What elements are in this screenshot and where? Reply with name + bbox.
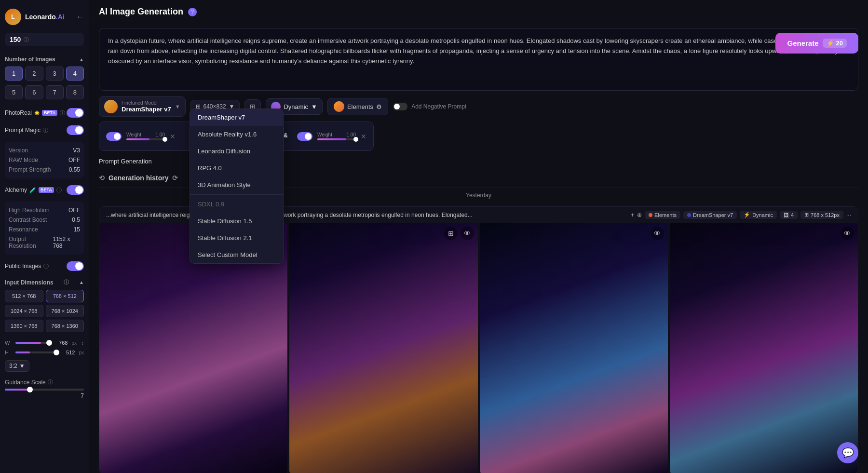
add-to-collection-icon[interactable]: +	[631, 212, 634, 218]
photoreal-toggle-row: PhotoReal 🌟 BETA ⓘ	[5, 108, 84, 118]
token-info-icon[interactable]: ⓘ	[24, 36, 29, 43]
dim-768x1024[interactable]: 768 × 1024	[46, 305, 84, 317]
element-toggle-1[interactable]	[297, 132, 312, 141]
dropdown-item-custom[interactable]: Select Custom Model	[190, 246, 283, 263]
weight-section-0: Weight 1.00	[126, 132, 165, 140]
model-name: DreamShaper v7	[122, 106, 171, 113]
dimensions-info-icon[interactable]: ⓘ	[64, 279, 69, 286]
dropdown-item-sdxl[interactable]: SDXL 0.9	[190, 196, 283, 213]
num-btn-5[interactable]: 5	[5, 85, 23, 99]
generate-button[interactable]: Generate ⚡ 20	[775, 33, 858, 54]
prompt-magic-info-icon[interactable]: ⓘ	[43, 127, 48, 134]
dim-1024x768[interactable]: 1024 × 768	[5, 305, 43, 317]
public-images-toggle-row: Public Images ⓘ	[5, 261, 84, 271]
prompt-magic-toggle[interactable]	[67, 125, 84, 135]
generate-token-cost: ⚡ 20	[823, 39, 847, 48]
element-close-1[interactable]: ✕	[361, 133, 366, 140]
image-cell-1-2[interactable]: ⊞ 👁	[289, 223, 477, 473]
dropdown-item-sd21[interactable]: Stable Diffusion 2.1	[190, 230, 283, 246]
logo-text: Leonardo.Ai	[25, 13, 65, 21]
view-icon-2[interactable]: 👁	[461, 227, 474, 240]
weight-section-1: Weight 1.00	[317, 132, 356, 140]
guidance-section: Guidance Scale ⓘ 7	[5, 378, 84, 399]
dropdown-item-3d[interactable]: 3D Animation Style	[190, 176, 283, 193]
height-val: 512	[60, 350, 75, 355]
elements-icon	[334, 101, 344, 112]
main-header: AI Image Generation ?	[89, 0, 868, 22]
view-icon-3[interactable]: 👁	[651, 227, 664, 240]
token-display: 150 ⓘ	[5, 33, 84, 46]
contrast-row: Contrast Boost 0.5	[9, 215, 80, 225]
weight-track-0[interactable]	[126, 138, 165, 140]
alchemy-toggle-row: Alchemy 🧪 BETA ⓘ	[5, 185, 84, 195]
model-info: Finetuned Model DreamShaper v7	[122, 100, 171, 113]
dropdown-item-leonardo[interactable]: Leonardo Diffusion	[190, 143, 283, 160]
dim-1360x768[interactable]: 1360 × 768	[5, 320, 43, 332]
alchemy-badge: BETA	[39, 187, 54, 193]
width-label: W	[5, 340, 12, 346]
dimensions-chevron: ▲	[79, 280, 84, 285]
element-close-0[interactable]: ✕	[170, 133, 176, 140]
num-btn-1[interactable]: 1	[5, 67, 23, 81]
dim-512x768[interactable]: 512 × 768	[5, 290, 43, 302]
dimensions-grid: 512 × 768 768 × 512 1024 × 768 768 × 102…	[5, 290, 84, 332]
height-slider[interactable]	[15, 351, 56, 353]
ratio-select[interactable]: 3:2 ▼	[5, 360, 29, 372]
neg-prompt-toggle[interactable]	[393, 103, 407, 110]
width-unit: px	[71, 340, 77, 346]
elements-button[interactable]: Elements ⚙	[327, 98, 388, 115]
photoreal-toggle[interactable]	[67, 108, 84, 118]
num-btn-6[interactable]: 6	[25, 85, 43, 99]
dropdown-item-sd15[interactable]: Stable Diffusion 1.5	[190, 213, 283, 230]
header-info-icon[interactable]: ?	[188, 8, 197, 16]
guidance-info-icon[interactable]: ⓘ	[48, 378, 53, 386]
remix-icon[interactable]: ⊞	[444, 227, 458, 240]
dropdown-item-absolute[interactable]: Absolute Reality v1.6	[190, 126, 283, 143]
num-btn-2[interactable]: 2	[25, 67, 43, 81]
weight-label-0: Weight 1.00	[126, 132, 165, 137]
width-slider[interactable]	[15, 342, 49, 344]
dropdown-item-rpg[interactable]: RPG 4.0	[190, 160, 283, 176]
chat-bubble[interactable]: 💬	[837, 442, 858, 463]
image-overlay-1-4: 👁	[670, 223, 858, 473]
dim-768x1360[interactable]: 768 × 1360	[46, 320, 84, 332]
height-unit: px	[79, 350, 84, 355]
image-cell-1-4[interactable]: 👁	[670, 223, 858, 473]
alchemy-toggle[interactable]	[67, 185, 84, 195]
dropdown-item-dreamshaper[interactable]: DreamShaper v7	[190, 109, 283, 126]
elements-label: Elements	[347, 103, 373, 110]
version-row: Version V3	[9, 146, 80, 155]
weight-track-1[interactable]	[317, 138, 356, 140]
raw-mode-row: RAW Mode OFF	[9, 155, 80, 165]
view-icon-4[interactable]: 👁	[841, 227, 854, 240]
dim-768x512[interactable]: 768 × 512	[46, 290, 84, 302]
num-btn-8[interactable]: 8	[66, 85, 84, 99]
copy-icon[interactable]: ⊕	[637, 212, 642, 218]
high-res-val: OFF	[68, 207, 80, 214]
num-btn-4[interactable]: 4	[66, 67, 84, 81]
sidebar: L Leonardo.Ai ← 150 ⓘ Number of Images ▲…	[0, 0, 89, 473]
model-selector[interactable]: Finetuned Model DreamShaper v7 ▼	[99, 96, 186, 117]
public-images-info-icon[interactable]: ⓘ	[43, 263, 49, 270]
image-overlay-1-2: ⊞ 👁	[289, 223, 477, 473]
ratio-val: 3:2	[9, 363, 17, 369]
model-tag: Finetuned Model	[122, 100, 171, 106]
alchemy-info-icon[interactable]: ⓘ	[56, 187, 62, 194]
element-toggle-0[interactable]	[106, 132, 122, 141]
elements-gear-icon: ⚙	[376, 103, 382, 110]
history-label: Generation history	[108, 174, 168, 182]
image-cell-1-3[interactable]: 👁	[480, 223, 668, 473]
public-images-toggle[interactable]	[67, 261, 84, 271]
back-button[interactable]: ←	[76, 13, 84, 21]
num-images-grid: 1 2 3 4	[5, 67, 84, 81]
size-badge-1: ⊞ 768 x 512px	[800, 211, 843, 219]
num-btn-3[interactable]: 3	[46, 67, 64, 81]
more-options-icon[interactable]: ···	[846, 212, 851, 218]
gen-entry-1-text: ...where artificial intelligence reigns …	[106, 212, 627, 218]
num-btn-7[interactable]: 7	[46, 85, 64, 99]
width-slider-row: W 768 px ↕	[5, 340, 84, 346]
guidance-slider[interactable]	[5, 389, 84, 391]
prompt-area[interactable]: In a dystopian future, where artificial …	[99, 28, 858, 91]
gen-entry-1-badges: + ⊕ Elements DreamShaper v7 ⚡ Dynamic	[631, 211, 851, 219]
photoreal-info-icon[interactable]: ⓘ	[60, 109, 65, 117]
